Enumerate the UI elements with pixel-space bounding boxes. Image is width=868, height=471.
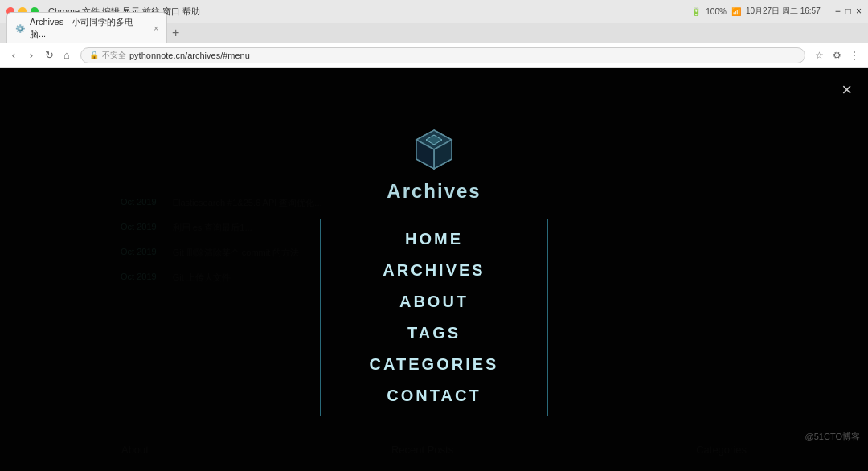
back-button[interactable]: ‹: [6, 48, 21, 63]
browser-actions: ☆ ⚙ ⋮: [812, 48, 862, 63]
page-content: Oct 2019 Elasticsearch #1&25.6 API 查询优化.…: [0, 68, 868, 471]
nav-item-home[interactable]: HOME: [405, 227, 463, 252]
battery-label: 100%: [706, 7, 727, 16]
nav-item-categories[interactable]: CATEGORIES: [370, 352, 499, 377]
nav-menu: HOME ARCHIVES ABOUT TAGS CATEGORIES CONT…: [320, 219, 549, 416]
site-title: Archives: [387, 180, 481, 203]
menu-btn[interactable]: ⋮: [847, 48, 862, 63]
nav-buttons: ‹ › ↻ ⌂: [6, 48, 74, 63]
watermark: @51CTO博客: [805, 431, 860, 443]
forward-button[interactable]: ›: [24, 48, 39, 63]
nav-item-tags[interactable]: TAGS: [407, 321, 461, 346]
extensions-btn[interactable]: ⚙: [829, 48, 844, 63]
overlay: × Archives HOME ARCHIV: [0, 68, 868, 471]
tab-bar: ⚙️ Archives - 小司同学的多电脑... × +: [0, 23, 868, 43]
logo-area: Archives: [387, 124, 481, 203]
nav-item-about[interactable]: ABOUT: [399, 289, 469, 314]
window-close-btn[interactable]: ×: [856, 6, 862, 17]
battery-icon: 🔋: [691, 7, 701, 16]
new-tab-button[interactable]: +: [167, 24, 184, 42]
system-icons: 🔋 100% 📶 10月27日 周二 16:57: [691, 6, 820, 17]
active-tab[interactable]: ⚙️ Archives - 小司同学的多电脑... ×: [6, 12, 167, 43]
url-text: pythonnote.cn/archives/#menu: [129, 51, 250, 60]
not-secure-label: 不安全: [102, 50, 126, 61]
menu-panel: Archives HOME ARCHIVES ABOUT TAGS CATEGO…: [320, 124, 549, 416]
nav-item-contact[interactable]: CONTACT: [387, 383, 481, 408]
nav-item-archives[interactable]: ARCHIVES: [383, 258, 485, 283]
url-bar[interactable]: 🔒 不安全 pythonnote.cn/archives/#menu: [80, 47, 805, 63]
logo-icon: [410, 124, 458, 172]
address-bar: ‹ › ↻ ⌂ 🔒 不安全 pythonnote.cn/archives/#me…: [0, 43, 868, 68]
tab-favicon: ⚙️: [15, 24, 25, 33]
window-minimize-btn[interactable]: −: [835, 6, 841, 17]
close-menu-button[interactable]: ×: [841, 81, 852, 99]
browser-chrome: Chrome 文件 编辑 显示 前往 窗口 帮助 🔋 100% 📶 10月27日…: [0, 0, 868, 68]
tab-title: Archives - 小司同学的多电脑...: [30, 16, 149, 40]
window-maximize-btn[interactable]: □: [845, 6, 851, 17]
wifi-icon: 📶: [731, 7, 741, 16]
datetime-label: 10月27日 周二 16:57: [746, 6, 821, 17]
bookmark-btn[interactable]: ☆: [812, 48, 826, 63]
tab-close-btn[interactable]: ×: [154, 24, 158, 33]
home-button[interactable]: ⌂: [59, 48, 74, 63]
lock-icon: 🔒: [89, 51, 99, 59]
refresh-button[interactable]: ↻: [42, 48, 56, 63]
